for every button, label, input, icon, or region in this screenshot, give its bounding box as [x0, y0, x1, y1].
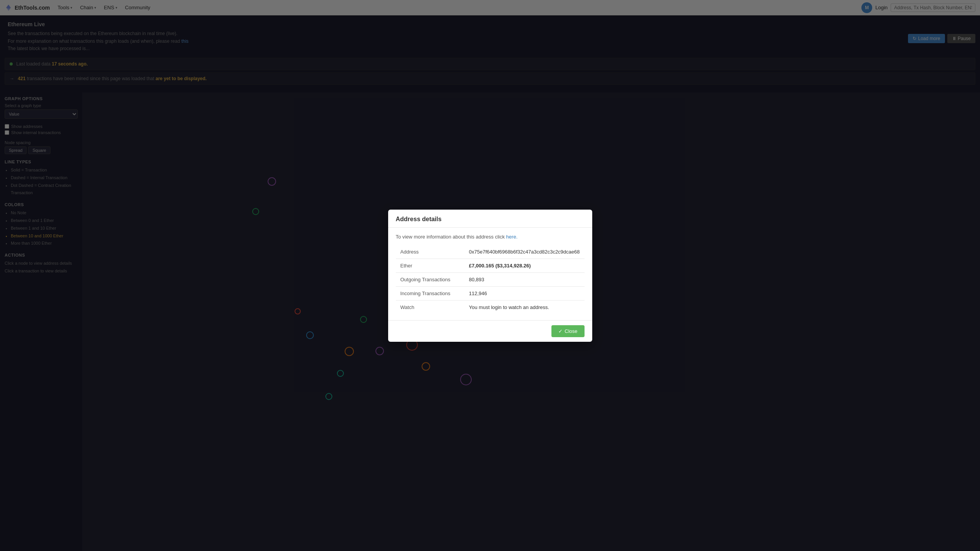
modal-overlay[interactable]: Address details To view more information…	[0, 0, 980, 15]
